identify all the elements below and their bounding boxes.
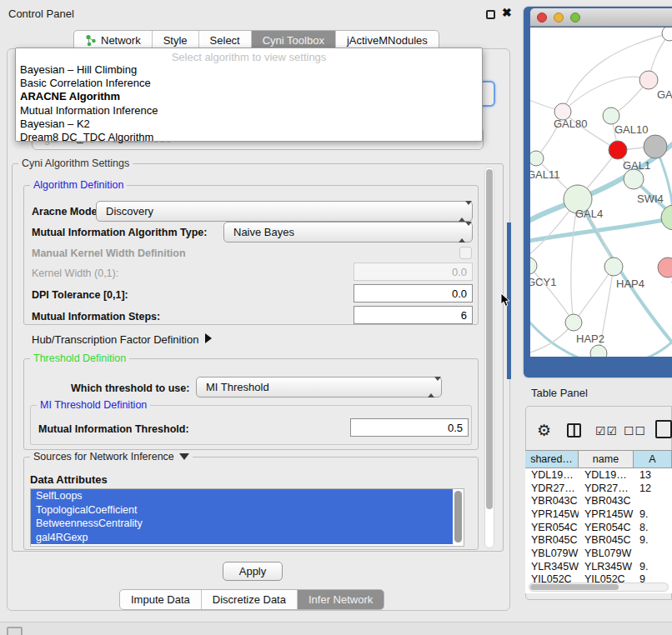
- dropdown-item[interactable]: Dream8 DC_TDC Algorithm: [16, 131, 482, 144]
- network-node[interactable]: [661, 205, 672, 230]
- dropdown-item[interactable]: Mutual Information Inference: [16, 104, 482, 118]
- network-window-titlebar[interactable]: [530, 8, 672, 27]
- network-node[interactable]: [565, 314, 582, 331]
- hub-definition-label: Hub/Transcription Factor Definition: [32, 333, 198, 346]
- table-cell: YBR045C: [525, 534, 579, 546]
- mi-type-label: Mutual Information Algorithm Type:: [32, 227, 207, 238]
- table-row[interactable]: YBR045CYBR045C9.: [525, 533, 672, 547]
- settings-scrollbar[interactable]: [484, 167, 494, 548]
- table-cell: 12: [634, 482, 672, 494]
- mi-type-combo[interactable]: Naive Bayes: [223, 222, 473, 242]
- hub-definition-toggle[interactable]: Hub/Transcription Factor Definition: [32, 333, 212, 346]
- algorithm-definition-title: Algorithm Definition: [30, 179, 127, 191]
- table-horizontal-scrollbar[interactable]: [529, 582, 669, 592]
- network-node[interactable]: [530, 151, 544, 166]
- table-row[interactable]: YBL079WYBL079W: [525, 547, 672, 560]
- mi-threshold-definition-title: MI Threshold Definition: [37, 399, 150, 411]
- dpi-tolerance-field[interactable]: 0.0: [354, 284, 473, 302]
- dropdown-item[interactable]: Bayesian – K2: [16, 118, 482, 131]
- table-cell: YPR145W: [525, 508, 579, 520]
- column-header-shared[interactable]: shared…: [525, 451, 579, 468]
- float-window-icon[interactable]: [486, 10, 495, 19]
- dpi-tolerance-value: 0.0: [452, 288, 467, 300]
- node-table: shared…nameA YDL19…YDL19…13YDR27…YDR27…1…: [525, 450, 672, 593]
- dropdown-items: Bayesian – Hill ClimbingBasic Correlatio…: [16, 63, 482, 144]
- table-row[interactable]: YBR043CYBR043C: [525, 494, 672, 508]
- which-threshold-combo[interactable]: MI Threshold: [196, 377, 442, 398]
- mi-threshold-field[interactable]: 0.5: [350, 418, 469, 437]
- aracne-mode-label: Aracne Mode:: [32, 206, 101, 218]
- attribute-list-item[interactable]: gal4RGexp: [31, 531, 453, 545]
- table-row[interactable]: YPR145WYPR145W9.: [525, 508, 672, 521]
- node-label: GAL80: [554, 118, 587, 130]
- table-row[interactable]: YLR345WYLR345W9.: [525, 560, 672, 573]
- dropdown-placeholder: Select algorithm to view settings: [16, 51, 482, 63]
- table-cell: YBR045C: [579, 534, 634, 546]
- minimize-traffic-light-icon[interactable]: [554, 12, 564, 22]
- close-traffic-light-icon[interactable]: [537, 12, 547, 22]
- network-node[interactable]: [590, 345, 607, 357]
- tab-discretize-data[interactable]: Discretize Data: [201, 590, 297, 609]
- data-attributes-list[interactable]: SelfLoopsTopologicalCoefficientBetweenne…: [30, 488, 464, 547]
- stepper-icon: [459, 226, 466, 238]
- close-icon[interactable]: ✖: [502, 6, 512, 19]
- show-columns-icon[interactable]: [567, 423, 581, 438]
- table-cell: YDR27…: [579, 482, 634, 494]
- node-label: HAP2: [576, 332, 604, 345]
- node-label: GAL1: [623, 159, 650, 172]
- table-cell: YBL079W: [579, 548, 634, 559]
- mi-steps-field[interactable]: 6: [354, 306, 473, 324]
- function-builder-icon[interactable]: [655, 420, 672, 438]
- network-node[interactable]: [624, 169, 644, 189]
- tab-label: Select: [210, 34, 240, 47]
- attribute-list-item[interactable]: SelfLoops: [31, 489, 453, 503]
- dropdown-item[interactable]: ARACNE Algorithm: [16, 90, 482, 103]
- table-hscrollbar-thumb[interactable]: [530, 584, 619, 590]
- table-settings-gear-icon[interactable]: ⚙: [537, 421, 551, 440]
- table-cell: YDL19…: [525, 469, 579, 481]
- network-node[interactable]: [603, 108, 619, 124]
- aracne-mode-combo[interactable]: Discovery: [96, 201, 473, 222]
- grip-icon[interactable]: [7, 627, 23, 635]
- network-node[interactable]: [658, 258, 672, 278]
- network-node[interactable]: [604, 258, 623, 276]
- node-label: HAP4: [616, 278, 644, 290]
- manual-kernel-checkbox[interactable]: [459, 247, 472, 259]
- network-node[interactable]: [530, 258, 537, 274]
- dropdown-item[interactable]: Basic Correlation Inference: [16, 77, 482, 90]
- stepper-icon: [428, 381, 435, 393]
- network-canvas[interactable]: GALGAL80GAL10GAL1GAL11SWI4GAL4GCY1HAP4YH…: [530, 28, 672, 357]
- mouse-cursor: [500, 293, 511, 308]
- network-node[interactable]: [662, 28, 672, 41]
- zoom-traffic-light-icon[interactable]: [570, 12, 580, 22]
- settings-scrollbar-thumb[interactable]: [486, 169, 493, 509]
- mi-threshold-value: 0.5: [448, 422, 463, 434]
- network-node[interactable]: [639, 71, 658, 89]
- sources-title[interactable]: Sources for Network Inference: [30, 451, 193, 462]
- tab-infer-network[interactable]: Infer Network: [297, 590, 384, 609]
- table-row[interactable]: YDL19…YDL19…13: [525, 468, 672, 482]
- column-header-A[interactable]: A: [634, 451, 672, 468]
- network-node[interactable]: [644, 135, 667, 158]
- tab-impute-data[interactable]: Impute Data: [120, 590, 201, 609]
- attribute-list-item[interactable]: TopologicalCoefficient: [31, 503, 453, 518]
- network-graph: GALGAL80GAL10GAL1GAL11SWI4GAL4GCY1HAP4YH…: [530, 28, 672, 357]
- attributes-scrollbar-thumb[interactable]: [454, 491, 462, 542]
- tab-label: Network: [101, 34, 141, 47]
- column-header-name[interactable]: name: [579, 451, 634, 468]
- table-row[interactable]: YDR27…YDR27…12: [525, 482, 672, 495]
- unselect-all-columns-icon[interactable]: ☐☐: [624, 424, 646, 438]
- table-cell: YDL19…: [579, 469, 634, 481]
- network-node-selected[interactable]: [609, 141, 627, 159]
- attribute-list-item[interactable]: BetweennessCentrality: [31, 517, 453, 531]
- table-row[interactable]: YER054CYER054C8.: [525, 521, 672, 534]
- kernel-width-value: 0.0: [452, 266, 467, 278]
- apply-button[interactable]: Apply: [223, 562, 283, 581]
- table-header-row: shared…nameA: [525, 450, 672, 468]
- table-cell: YBL079W: [525, 548, 579, 559]
- data-attributes-label: Data Attributes: [30, 473, 108, 486]
- select-all-columns-icon[interactable]: ☑☑: [595, 424, 618, 438]
- mi-threshold-label: Mutual Information Threshold:: [38, 423, 189, 435]
- dropdown-item[interactable]: Bayesian – Hill Climbing: [16, 63, 482, 77]
- mi-steps-label: Mutual Information Steps:: [32, 311, 160, 322]
